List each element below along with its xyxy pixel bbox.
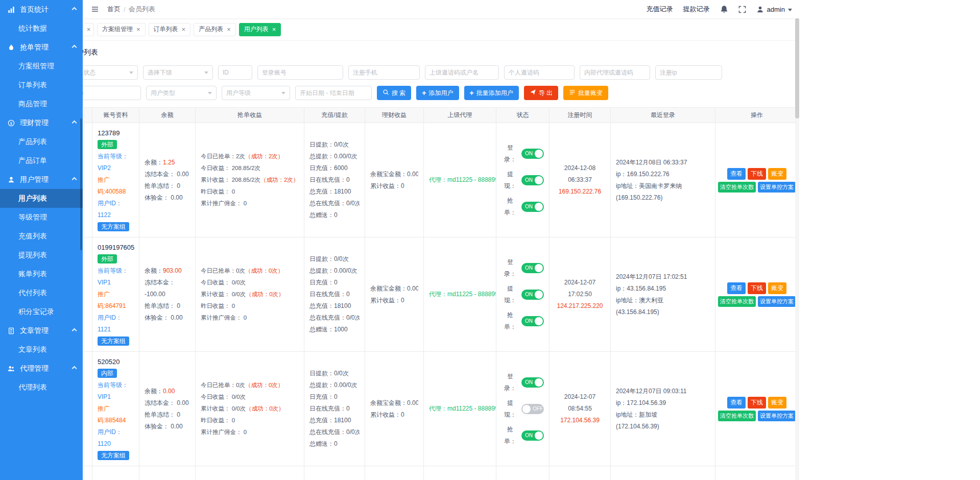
offline-button[interactable]: 下线 xyxy=(748,168,766,180)
subordinate-select[interactable]: 选择下级 xyxy=(143,65,213,80)
set-control-plan-button[interactable]: 设置单控方案 xyxy=(758,411,796,421)
sidebar-group-articles-header[interactable]: 文章管理 xyxy=(0,321,83,340)
sidebar-item-plan-groups[interactable]: 方案组管理 xyxy=(0,57,83,76)
recharge-record-link[interactable]: 充值记录 xyxy=(647,5,673,14)
login-toggle[interactable]: ON xyxy=(521,263,544,273)
close-icon[interactable]: × xyxy=(136,26,140,33)
earnings-line: 昨日收益： 0 xyxy=(201,186,299,198)
personal-invite-input[interactable] xyxy=(504,65,575,80)
add-user-button[interactable]: +添加用户 xyxy=(416,86,459,100)
sidebar-item-order-list[interactable]: 订单列表 xyxy=(0,76,83,94)
sidebar-group-users-header[interactable]: 用户管理 xyxy=(0,170,83,189)
tab-label: 方案组管理 xyxy=(102,25,133,34)
account-change-button[interactable]: 账变 xyxy=(768,282,786,294)
close-icon[interactable]: × xyxy=(87,26,91,33)
tab-order-list[interactable]: 订单列表× xyxy=(149,23,191,36)
hamburger-menu-icon[interactable] xyxy=(91,5,99,13)
tab-clipped[interactable]: × xyxy=(84,23,94,36)
sidebar-item-user-list[interactable]: 用户列表 xyxy=(0,189,83,208)
batch-add-user-button[interactable]: +批量添加用户 xyxy=(464,86,519,100)
sidebar-item-statistics[interactable]: 统计数据 xyxy=(0,19,83,38)
sidebar-item-bill-list[interactable]: 账单列表 xyxy=(0,265,83,283)
fullscreen-icon[interactable] xyxy=(738,6,746,13)
date-range-input[interactable] xyxy=(295,86,372,100)
sidebar-item-agent-list[interactable]: 代理列表 xyxy=(0,378,83,397)
id-input[interactable] xyxy=(218,65,252,80)
account-change-button[interactable]: 账变 xyxy=(768,168,786,180)
grab-toggle[interactable]: ON xyxy=(521,316,544,326)
sidebar-item-withdraw-list[interactable]: 提现列表 xyxy=(0,246,83,265)
sidebar-item-payout-list[interactable]: 代付列表 xyxy=(0,283,83,302)
parent-invite-input[interactable] xyxy=(425,65,499,80)
breadcrumb-home[interactable]: 首页 xyxy=(107,5,121,14)
earnings-line: 今日收益： 208.85/2次 xyxy=(201,162,299,174)
tab-product-list[interactable]: 产品列表× xyxy=(194,23,236,36)
login-account-input[interactable] xyxy=(257,65,343,80)
withdraw-toggle[interactable]: ON xyxy=(521,175,544,185)
sidebar-item-product-management[interactable]: 商品管理 xyxy=(0,94,83,113)
withdraw-record-link[interactable]: 提款记录 xyxy=(683,5,710,14)
sidebar-group-finance-header[interactable]: 理财管理 xyxy=(0,113,83,132)
plan-group-badge[interactable]: 无方案组 xyxy=(98,451,129,460)
login-ip-input[interactable] xyxy=(83,86,141,100)
sidebar-scrollbar[interactable] xyxy=(80,118,82,250)
balance-line: 抢单冻结： 0 xyxy=(145,300,190,312)
register-ip-input[interactable] xyxy=(655,65,722,80)
offline-button[interactable]: 下线 xyxy=(748,397,766,409)
set-control-plan-button[interactable]: 设置单控方案 xyxy=(758,296,796,307)
username: admin xyxy=(767,6,785,13)
bell-icon[interactable] xyxy=(720,5,728,13)
last-login-cell: 2024年12月07日 17:02:51 ip：43.156.84.195 ip… xyxy=(611,237,715,352)
close-icon[interactable]: × xyxy=(272,26,276,33)
breadcrumb-separator: / xyxy=(124,6,126,13)
tab-user-list[interactable]: 用户列表× xyxy=(239,23,281,36)
agent-name: 代理：md11225 - 888899 xyxy=(429,176,496,183)
sidebar-item-points-records[interactable]: 积分宝记录 xyxy=(0,302,83,321)
user-type-select[interactable]: 用户类型 xyxy=(146,86,217,100)
grab-toggle[interactable]: ON xyxy=(521,202,544,212)
sidebar-group-home-stats-header[interactable]: 首页统计 xyxy=(0,0,83,19)
login-toggle[interactable]: ON xyxy=(521,149,544,159)
account-promo-code: 推广码:864791 xyxy=(98,289,134,312)
set-control-plan-button[interactable]: 设置单控方案 xyxy=(758,182,796,193)
withdraw-toggle[interactable]: OFF xyxy=(521,404,544,414)
page-scrollbar-thumb[interactable] xyxy=(795,18,799,118)
register-phone-input[interactable] xyxy=(348,65,420,80)
column-header: 状态 xyxy=(496,108,549,123)
sidebar-group-grab-orders-header[interactable]: 抢单管理 xyxy=(0,38,83,57)
clear-grab-count-button[interactable]: 清空抢单次数 xyxy=(718,411,756,421)
withdraw-toggle[interactable]: ON xyxy=(521,290,544,300)
plan-group-badge[interactable]: 无方案组 xyxy=(98,222,129,231)
sidebar-item-recharge-list[interactable]: 充值列表 xyxy=(0,227,83,246)
grab-toggle[interactable]: ON xyxy=(521,430,544,441)
clear-grab-count-button[interactable]: 清空抢单次数 xyxy=(718,182,756,193)
register-date: 2024-12-08 06:33:37 xyxy=(555,162,605,186)
search-button[interactable]: 搜 索 xyxy=(377,86,411,100)
login-toggle[interactable]: ON xyxy=(521,377,544,388)
account-change-button[interactable]: 账变 xyxy=(768,397,786,409)
batch-change-button[interactable]: 批量账变 xyxy=(563,86,608,100)
view-button[interactable]: 查看 xyxy=(727,282,746,294)
clear-grab-count-button[interactable]: 清空抢单次数 xyxy=(718,296,756,307)
sidebar-item-article-list[interactable]: 文章列表 xyxy=(0,340,83,359)
tab-plan-groups[interactable]: 方案组管理× xyxy=(97,23,146,36)
recharge-line: 日充值：6000 xyxy=(309,162,360,174)
internal-agent-input[interactable] xyxy=(580,65,650,80)
sidebar-item-finance-products[interactable]: 产品列表 xyxy=(0,132,83,151)
plan-group-badge[interactable]: 无方案组 xyxy=(98,337,129,346)
view-button[interactable]: 查看 xyxy=(727,168,746,180)
sidebar-group-agents-header[interactable]: 代理管理 xyxy=(0,359,83,378)
page-scrollbar[interactable] xyxy=(795,0,799,480)
close-icon[interactable]: × xyxy=(227,26,231,33)
column-header: 上级代理 xyxy=(424,108,496,123)
recharge-line: 总在线充值：0/0次 xyxy=(309,312,360,324)
offline-button[interactable]: 下线 xyxy=(748,282,766,294)
online-status-select[interactable]: 在线状态 xyxy=(83,65,138,80)
sidebar-item-product-orders[interactable]: 产品订单 xyxy=(0,151,83,170)
view-button[interactable]: 查看 xyxy=(727,397,746,409)
export-button[interactable]: 导 出 xyxy=(524,86,558,100)
sidebar-item-level-management[interactable]: 等级管理 xyxy=(0,208,83,227)
user-menu[interactable]: admin xyxy=(756,6,792,13)
close-icon[interactable]: × xyxy=(182,26,186,33)
user-level-select[interactable]: 用户等级 xyxy=(222,86,290,100)
